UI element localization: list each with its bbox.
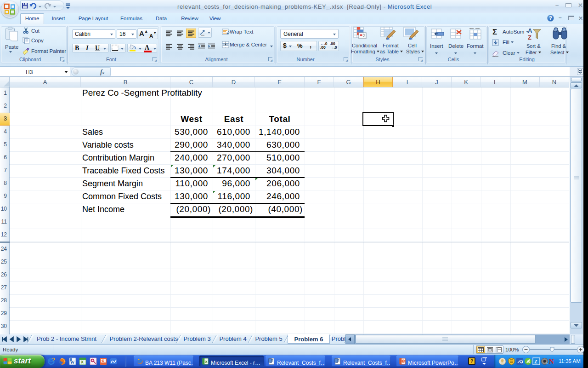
svg-text:+: +	[528, 361, 530, 364]
svg-text:X: X	[81, 360, 84, 364]
svg-text:W: W	[70, 360, 75, 365]
svg-text:?: ?	[470, 359, 473, 364]
svg-text:Z: Z	[528, 34, 531, 41]
svg-text:A: A	[528, 27, 532, 34]
svg-text:Z: Z	[534, 359, 537, 364]
svg-text:X: X	[205, 360, 208, 364]
svg-text:N: N	[549, 358, 554, 365]
